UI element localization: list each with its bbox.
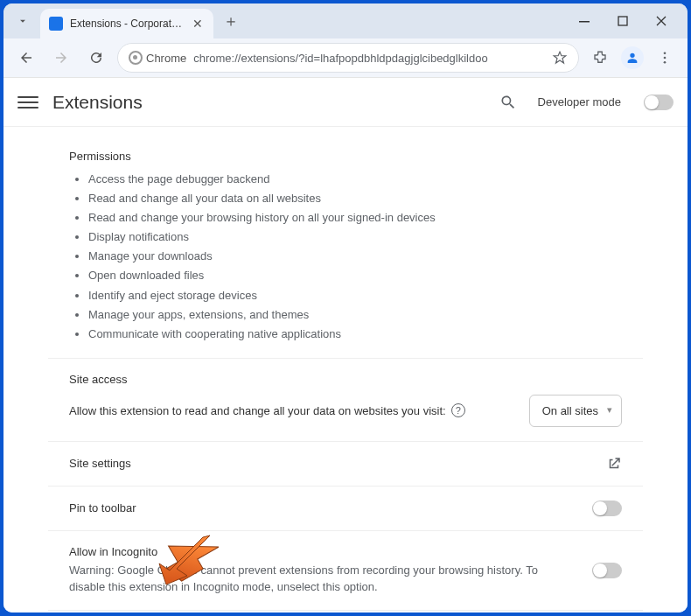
svg-point-3 [664, 57, 667, 60]
nav-toolbar: Chrome chrome://extensions/?id=lhafpopdb… [3, 38, 688, 77]
tablist-dropdown[interactable] [10, 9, 35, 33]
pin-toolbar-toggle[interactable] [592, 500, 622, 516]
kebab-menu-button[interactable] [651, 44, 679, 72]
browser-tab[interactable]: Extensions - Corporate Monitor ✕ [40, 9, 213, 38]
address-bar[interactable]: Chrome chrome://extensions/?id=lhafpopdb… [117, 43, 579, 73]
permissions-list: Access the page debugger backend Read an… [69, 170, 622, 344]
incognito-toggle[interactable] [592, 563, 622, 578]
extensions-button[interactable] [586, 44, 614, 72]
svg-point-4 [664, 61, 667, 64]
pin-toolbar-row: Pin to toolbar [48, 486, 643, 531]
incognito-row: Allow in Incognito Warning: Google Chrom… [48, 531, 643, 611]
site-access-prompt: Allow this extension to read and change … [69, 403, 465, 417]
close-tab-button[interactable]: ✕ [191, 17, 205, 31]
minimize-button[interactable] [565, 8, 604, 34]
chrome-icon [129, 51, 143, 65]
permissions-section: Permissions Access the page debugger bac… [48, 136, 643, 359]
search-button[interactable] [492, 87, 524, 118]
help-icon[interactable]: ? [451, 403, 465, 417]
permission-item: Manage your apps, extensions, and themes [88, 305, 622, 325]
incognito-warning: Warning: Google Chrome cannot prevent ex… [69, 562, 541, 596]
back-button[interactable] [12, 44, 40, 72]
reload-button[interactable] [82, 44, 110, 72]
scroll-area[interactable]: Permissions Access the page debugger bac… [3, 127, 688, 612]
developer-mode-label: Developer mode [538, 95, 621, 108]
site-settings-label: Site settings [69, 457, 131, 470]
site-access-title: Site access [69, 373, 622, 386]
permissions-title: Permissions [69, 150, 622, 163]
extensions-header: Extensions Developer mode [3, 78, 688, 127]
permission-item: Communicate with cooperating native appl… [88, 325, 622, 344]
open-external-icon [606, 456, 622, 472]
forward-button[interactable] [47, 44, 75, 72]
file-urls-row: Allow access to file URLs [48, 611, 643, 612]
tab-title: Extensions - Corporate Monitor [70, 18, 184, 30]
svg-rect-1 [618, 17, 627, 25]
chrome-label: Chrome [146, 52, 186, 65]
security-chip: Chrome [129, 51, 186, 65]
extension-detail-card: Permissions Access the page debugger bac… [48, 127, 643, 612]
page-title: Extensions [52, 92, 143, 113]
browser-window: Extensions - Corporate Monitor ✕ ＋ Chrom… [3, 4, 688, 612]
site-access-section: Site access Allow this extension to read… [48, 359, 643, 442]
new-tab-button[interactable]: ＋ [219, 9, 243, 33]
incognito-title: Allow in Incognito [69, 545, 592, 558]
titlebar: Extensions - Corporate Monitor ✕ ＋ [3, 4, 688, 38]
permission-item: Display notifications [88, 228, 622, 247]
developer-mode-toggle[interactable] [644, 94, 674, 110]
permission-item: Read and change all your data on all web… [88, 189, 622, 208]
site-settings-row[interactable]: Site settings [48, 442, 643, 486]
url-text: chrome://extensions/?id=lhafpopdbhldpdag… [193, 52, 487, 65]
page-content: Extensions Developer mode Permissions Ac… [3, 77, 688, 612]
profile-avatar[interactable] [621, 46, 644, 69]
svg-point-2 [664, 52, 667, 54]
bookmark-star-icon[interactable] [552, 50, 568, 66]
site-access-select[interactable]: On all sites [529, 395, 622, 427]
extension-favicon-icon [49, 17, 63, 31]
permission-item: Manage your downloads [88, 247, 622, 266]
maximize-button[interactable] [604, 8, 642, 34]
permission-item: Open downloaded files [88, 266, 622, 285]
svg-rect-0 [579, 21, 590, 23]
permission-item: Read and change your browsing history on… [88, 208, 622, 228]
hamburger-menu-icon[interactable] [17, 92, 38, 113]
close-window-button[interactable] [642, 8, 681, 34]
permission-item: Access the page debugger backend [88, 170, 622, 189]
permission-item: Identify and eject storage devices [88, 286, 622, 305]
pin-toolbar-label: Pin to toolbar [69, 501, 136, 514]
